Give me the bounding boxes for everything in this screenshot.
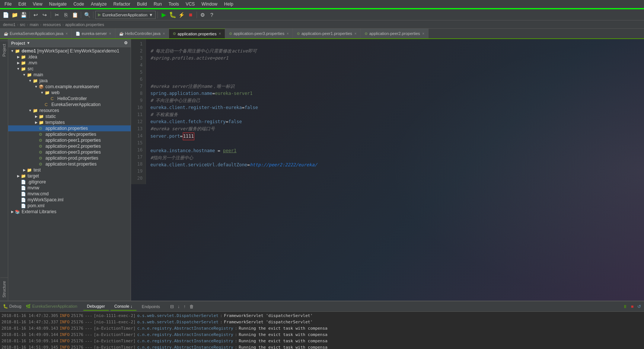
menu-item-navigate[interactable]: Navigate — [46, 1, 70, 7]
tree-item-resources[interactable]: ▼ 📁 resources — [8, 108, 131, 113]
tree-item-target[interactable]: ▶ 📁 target — [8, 173, 131, 179]
tree-item-hello-controller[interactable]: C HelloController — [8, 96, 131, 102]
tree-item-mvnw[interactable]: 📄 mvnw — [8, 185, 131, 191]
tree-label: .idea — [28, 54, 37, 60]
tree-item-app-prod[interactable]: ⚙ application-prod.properties — [8, 155, 131, 161]
breadcrumb-resources[interactable]: resources — [43, 22, 61, 27]
toolbar-run-button[interactable]: ▶ — [160, 11, 168, 19]
breadcrumb-demo1[interactable]: demo1 — [3, 22, 16, 27]
menu-item-code[interactable]: Code — [70, 1, 87, 7]
toolbar-cut-button[interactable]: ✂ — [53, 11, 61, 19]
console-filter-btn[interactable]: ⊟ — [169, 303, 175, 310]
tab-application-peer1[interactable]: ⚙ application-peer1.properties × — [293, 29, 361, 38]
bottom-tab-endpoints[interactable]: Endpoints — [138, 303, 164, 310]
tab-close-icon[interactable]: × — [163, 32, 165, 36]
menu-item-tools[interactable]: Tools — [166, 1, 182, 7]
toolbar-redo-button[interactable]: ↪ — [41, 11, 49, 19]
tab-close-icon[interactable]: × — [287, 32, 289, 36]
menu-item-file[interactable]: File — [1, 1, 15, 7]
menu-item-build[interactable]: Build — [134, 1, 150, 7]
bottom-tab-debugger[interactable]: Debugger — [83, 302, 109, 311]
toolbar-save-button[interactable]: 💾 — [19, 11, 28, 19]
tree-item-app-dev[interactable]: ⚙ application-dev.properties — [8, 131, 131, 137]
toolbar-paste-button[interactable]: 📋 — [71, 11, 79, 19]
breadcrumb-src[interactable]: src — [20, 22, 25, 27]
tab-eureka-server[interactable]: 📄 eureka-server × — [72, 29, 115, 38]
tab-application-peer2[interactable]: ⚙ application-peer2.properties × — [361, 29, 428, 38]
toolbar-undo-button[interactable]: ↩ — [32, 11, 40, 19]
tab-close-icon[interactable]: × — [219, 32, 221, 36]
tree-item-app-peer2[interactable]: ⚙ application-peer2.properties — [8, 143, 131, 149]
toolbar-help-button[interactable]: ? — [208, 11, 216, 19]
console-stop2-btn[interactable]: ■ — [629, 303, 635, 310]
tab-application-peer3[interactable]: ⚙ application-peer3.properties × — [225, 29, 293, 38]
tree-arrow — [34, 156, 39, 160]
tree-item-java[interactable]: ▼ 📁 java — [8, 78, 131, 84]
menu-item-help[interactable]: Help — [221, 1, 236, 7]
menu-item-analyze[interactable]: Analyze — [88, 1, 110, 7]
menu-item-refactor[interactable]: Refactor — [111, 1, 133, 7]
tree-item-app-peer1[interactable]: ⚙ application-peer1.properties — [8, 137, 131, 143]
sidebar-gear-icon[interactable]: ⚙ — [124, 41, 128, 45]
console-up-btn[interactable]: ↑ — [182, 303, 187, 310]
toolbar-settings-button[interactable]: ⚙ — [199, 11, 207, 19]
tree-item-gitignore[interactable]: 📄 .gitignore — [8, 179, 131, 185]
tree-item-main[interactable]: ▼ 📁 main — [8, 72, 131, 78]
tree-item-app-peer3[interactable]: ⚙ application-peer3.properties — [8, 149, 131, 155]
tree-item-package[interactable]: ▼ 📦 com.example.eurekaserver — [8, 84, 131, 90]
tab-close-icon[interactable]: × — [354, 32, 357, 36]
tree-item-demo1[interactable]: ▼ 📁 demo1 [myWorkSpace] E:\myWorkSpace\d… — [8, 48, 131, 54]
tree-item-pom[interactable]: 📄 pom.xml — [8, 203, 131, 209]
menu-item-window[interactable]: Window — [198, 1, 220, 7]
console-pause-btn[interactable]: ⏸ — [621, 303, 629, 310]
tree-item-app-test[interactable]: ⚙ application-test.properties — [8, 161, 131, 167]
line-num: 19 — [134, 168, 143, 175]
log-pid: 25176 — [71, 332, 83, 338]
bottom-app-btn[interactable]: 🌿 EurekaServerApplication — [24, 303, 79, 310]
tree-item-iml[interactable]: 📄 myWorkSpace.iml — [8, 197, 131, 203]
breadcrumb-main[interactable]: main — [30, 22, 39, 27]
tree-item-static[interactable]: ▶ 📁 static — [8, 113, 131, 119]
toolbar-run-with-coverage-button[interactable]: ⚡ — [178, 11, 186, 19]
tree-item-external-libs[interactable]: ▶ 📚 External Libraries — [8, 209, 131, 215]
left-tab-structure[interactable]: Structure — [0, 278, 8, 301]
menu-item-run[interactable]: Run — [151, 1, 165, 7]
tree-item-idea[interactable]: ▶ 📁 .idea — [8, 54, 131, 60]
left-tab-project[interactable]: Project — [0, 41, 8, 60]
console-rerun-btn[interactable]: ↺ — [636, 303, 643, 310]
breadcrumb-file[interactable]: application.properties — [65, 22, 104, 27]
toolbar-open-button[interactable]: 📁 — [10, 11, 19, 19]
toolbar-debug-button[interactable]: 🐛 — [169, 11, 177, 19]
code-editor[interactable]: 1 2 3 4 5 6 7 8 9 10 11 12 13 14 15 16 1… — [131, 39, 644, 301]
tab-close-icon[interactable]: × — [422, 32, 424, 36]
tree-item-mvnw-cmd[interactable]: 📄 mvnw.cmd — [8, 191, 131, 197]
toolbar-new-button[interactable]: 📄 — [1, 11, 10, 19]
toolbar-search-button[interactable]: 🔍 — [83, 11, 91, 19]
code-lines[interactable]: # 每次启动一个备用注册中心只需要修改active即可 #spring.prof… — [146, 39, 644, 184]
tree-item-templates[interactable]: ▶ 📁 templates — [8, 119, 131, 125]
tab-hello-controller[interactable]: ☕ HelloController.java × — [115, 29, 169, 38]
tree-item-web[interactable]: ▼ 📁 web — [8, 90, 131, 96]
libs-icon: 📚 — [15, 209, 21, 214]
tree-label: demo1 [myWorkSpace] E:\myWorkSpace\demo1 — [22, 48, 119, 54]
tree-item-eureka-app[interactable]: C EurekaServerApplication — [8, 102, 131, 108]
tree-item-test[interactable]: ▶ 📁 test — [8, 167, 131, 173]
menu-item-view[interactable]: View — [30, 1, 45, 7]
menu-item-edit[interactable]: Edit — [15, 1, 29, 7]
tab-application-properties[interactable]: ⚙ application.properties × — [169, 29, 225, 38]
bottom-tab-console[interactable]: Console ↓ — [111, 302, 137, 311]
console-down-btn[interactable]: ↓ — [176, 303, 181, 310]
run-config-selector[interactable]: ▶ EurekaServerApplication ▼ — [95, 11, 156, 19]
tree-item-mvn[interactable]: ▶ 📁 .mvn — [8, 60, 131, 66]
bottom-debug-btn[interactable]: 🐛 Debug — [1, 303, 23, 310]
tree-item-application-props[interactable]: ⚙ application.properties — [8, 125, 131, 131]
tab-close-icon[interactable]: × — [109, 32, 111, 36]
console-clear-btn[interactable]: 🗑 — [188, 303, 195, 310]
tab-eureka-server-application[interactable]: ☕ EurekaServerApplication.java × — [0, 29, 72, 38]
tab-close-icon[interactable]: × — [66, 32, 68, 36]
menu-item-vcs[interactable]: VCS — [183, 1, 198, 7]
toolbar-stop-button[interactable]: ■ — [186, 11, 195, 19]
tree-item-src[interactable]: ▼ 📁 src — [8, 66, 131, 72]
sidebar-dropdown-icon[interactable]: ▼ — [26, 41, 30, 45]
toolbar-copy-button[interactable]: ⎘ — [62, 11, 70, 19]
